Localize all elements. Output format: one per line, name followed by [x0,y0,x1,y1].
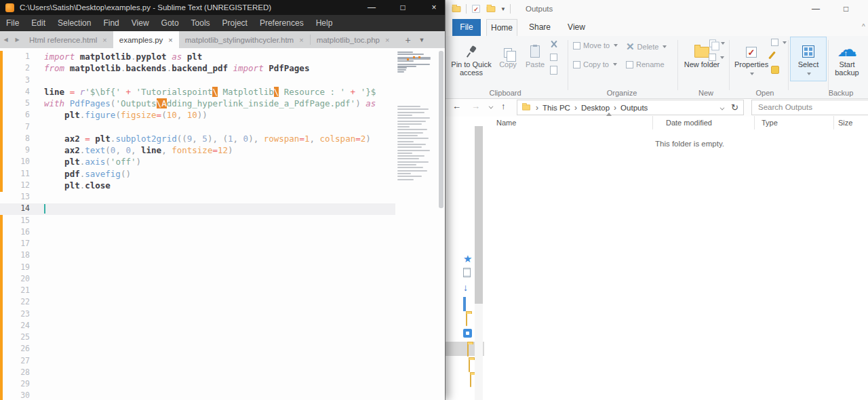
column-header-type[interactable]: Type [762,119,778,127]
breadcrumb-outputs[interactable]: Outputs [620,104,648,112]
sublime-titlebar[interactable]: C:\Users\Satish\Desktop\examples.py - Su… [0,0,445,15]
editor-tab-html-reference-html[interactable]: Html reference.html× [23,31,113,48]
menu-item-edit[interactable]: Edit [25,18,52,28]
tab-scroll-left-icon[interactable]: ◀ [3,37,7,43]
nav-tree-monitor-icon[interactable] [463,297,466,311]
nav-tree-folder-icon[interactable] [469,359,470,372]
qat-new-folder-icon[interactable] [487,6,496,12]
tab-label: matplotlib_stylingwithcycler.htm [185,36,294,44]
tab-view[interactable]: View [562,19,591,36]
recent-locations-icon[interactable] [489,104,494,109]
move-to-icon [573,42,580,49]
nav-tree-doc-icon[interactable] [463,268,471,277]
explorer-titlebar[interactable]: ✓ ▼ Outputs — □ [446,0,868,19]
group-label-clipboard: Clipboard [475,89,536,97]
copy-to-button[interactable]: Copy to [573,60,617,68]
minimize-icon[interactable]: — [812,4,820,14]
column-header-date-modified[interactable]: Date modified [666,119,712,127]
nav-tree-down-icon[interactable]: ↓ [463,283,468,292]
select-button[interactable]: Select [791,37,825,77]
tab-label: examples.py [119,36,163,44]
copy-button[interactable]: Copy [496,37,520,68]
menu-item-file[interactable]: File [0,18,25,28]
group-label-organize: Organize [591,89,652,97]
properties-button[interactable]: ✓ Properties [734,37,768,77]
editor-tab-examples-py[interactable]: examples.py× [113,31,179,48]
nav-tree-folder-icon[interactable] [470,374,471,387]
properties-check-icon: ✓ [746,47,757,58]
tab-overflow-icon[interactable]: ▼ [419,37,425,43]
collapse-ribbon-icon[interactable]: ^ [862,23,865,31]
close-icon[interactable]: × [429,3,439,12]
editor-scrollbar[interactable] [439,51,443,208]
qat-properties-icon[interactable]: ✓ [472,5,479,12]
maximize-icon[interactable]: □ [397,3,408,12]
menu-item-find[interactable]: Find [97,18,125,28]
new-item-button[interactable] [709,39,725,48]
move-to-button[interactable]: Move to [573,41,618,49]
column-header-size[interactable]: Size [838,119,852,127]
history-button[interactable] [771,66,779,74]
menu-item-view[interactable]: View [125,18,155,28]
nav-scrollbar-thumb[interactable] [475,126,483,304]
menu-item-goto[interactable]: Goto [155,18,185,28]
open-button[interactable] [771,39,787,46]
refresh-icon[interactable]: ↻ [731,102,738,113]
breadcrumb-this-pc[interactable]: This PC [542,104,570,112]
sublime-tabbar: ◀ ▶ Html reference.html×examples.py×matp… [0,31,445,48]
nav-tree-star-icon[interactable]: ★ [463,254,472,264]
pushpin-icon [465,45,477,58]
nav-tree-image-icon[interactable] [463,329,472,338]
minimap[interactable] [395,48,438,400]
up-icon[interactable]: ↑ [501,101,506,111]
tab-home[interactable]: Home [486,19,517,36]
rename-button[interactable]: Rename [626,60,665,68]
code-text[interactable]: import matplotlib.pyplot as pltfrom matp… [44,51,395,215]
easy-access-icon [709,54,716,61]
editor-area[interactable]: 1234567891011121314151617181920212223242… [0,48,445,400]
tab-share[interactable]: Share [524,19,555,36]
tab-close-icon[interactable]: × [385,36,389,44]
address-bar[interactable]: ›This PC›Desktop›Outputs ↻ [517,100,744,115]
qat-customize-icon[interactable]: ▼ [500,6,506,12]
back-icon[interactable]: ← [452,101,461,111]
editor-tab-matplotlib-toc-php[interactable]: matplotlib_toc.php× [311,31,396,48]
edit-button[interactable] [771,51,773,60]
paste-button[interactable]: Paste [521,37,549,68]
nav-tree-folder-icon[interactable] [466,313,467,326]
paste-shortcut-icon[interactable] [550,66,557,75]
tab-scroll-arrows[interactable]: ◀ ▶ [0,31,23,48]
search-input[interactable]: Search Outputs [751,100,868,115]
menu-item-help[interactable]: Help [310,18,339,28]
address-dropdown-icon[interactable] [720,105,725,110]
menu-item-preferences[interactable]: Preferences [254,18,310,28]
pin-to-quick-access-button[interactable]: Pin to Quick access [451,37,492,77]
nav-tree-folder-icon[interactable] [467,344,469,357]
line-number-gutter: 1234567891011121314151617181920212223242… [0,51,30,400]
breadcrumb-separator-icon[interactable]: › [614,103,616,113]
tab-close-icon[interactable]: × [168,36,172,44]
tab-close-icon[interactable]: × [299,36,303,44]
new-tab-icon[interactable]: + [405,35,410,45]
column-header-name[interactable]: Name [496,119,516,127]
maximize-icon[interactable]: □ [844,4,848,14]
tab-close-icon[interactable]: × [102,36,106,44]
menu-item-project[interactable]: Project [216,18,254,28]
start-backup-button[interactable]: ☁↑ Start backup [829,37,865,77]
breadcrumb-desktop[interactable]: Desktop [581,104,610,112]
breadcrumb-separator-icon[interactable]: › [536,103,538,113]
editor-tab-matplotlib-stylingwithcycler-htm[interactable]: matplotlib_stylingwithcycler.htm× [179,31,310,48]
copy-path-icon[interactable] [550,54,557,61]
copy-to-icon [573,61,580,68]
tab-label: Html reference.html [29,36,97,44]
easy-access-button[interactable] [709,54,724,61]
forward-icon[interactable]: → [471,101,480,111]
tab-scroll-right-icon[interactable]: ▶ [15,37,19,43]
minimize-icon[interactable]: — [366,3,377,12]
menu-item-selection[interactable]: Selection [52,18,97,28]
sublime-menubar: FileEditSelectionFindViewGotoToolsProjec… [0,15,445,31]
menu-item-tools[interactable]: Tools [185,18,216,28]
breadcrumb-separator-icon[interactable]: › [574,103,577,113]
tab-file[interactable]: File [452,19,481,36]
delete-button[interactable]: ✕ Delete [626,41,667,52]
